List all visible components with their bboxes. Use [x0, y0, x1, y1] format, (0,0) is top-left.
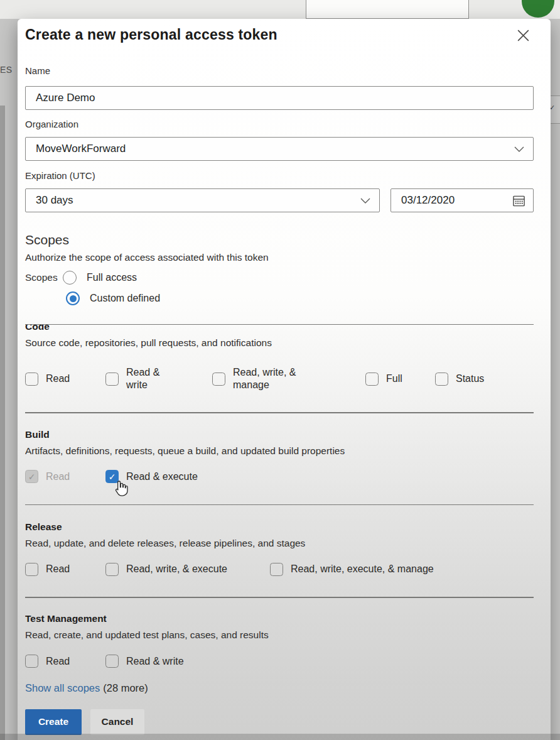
name-input[interactable]: [26, 87, 533, 109]
scope-list[interactable]: Code Source code, repositories, pull req…: [25, 324, 534, 671]
permission-row: ✓ Read ✓ Read & write: [25, 652, 534, 671]
full-access-label: Full access: [87, 272, 137, 283]
section-heading: Release: [25, 521, 534, 533]
section-divider: [25, 597, 534, 598]
checkbox-build-read-execute[interactable]: ✓ Read & execute: [105, 470, 198, 483]
expiration-row: 30 days 03/12/2020: [25, 188, 534, 212]
section-description: Artifacts, definitions, requests, queue …: [25, 444, 534, 458]
checkbox-test-read-write[interactable]: ✓ Read & write: [105, 655, 184, 668]
checkbox-code-read-write[interactable]: ✓ Read & write: [105, 366, 212, 391]
checkbox-icon: ✓: [25, 373, 38, 386]
close-button[interactable]: [514, 26, 532, 44]
checkbox-icon: ✓: [25, 470, 38, 483]
scope-section-code: Code Source code, repositories, pull req…: [25, 324, 534, 395]
checkbox-icon: ✓: [105, 563, 119, 576]
checkbox-icon: ✓: [25, 655, 38, 668]
full-access-row: Scopes Full access: [25, 269, 534, 286]
chevron-down-icon: [514, 146, 524, 152]
scopes-heading: Scopes: [25, 231, 534, 249]
permission-row: ✓ Read ✓ Read & write ✓ Read, write, & m…: [25, 362, 534, 395]
close-icon: [515, 28, 531, 43]
checkbox-icon: ✓: [25, 563, 38, 576]
custom-defined-label: Custom defined: [90, 293, 160, 304]
background-left-rail: [0, 106, 5, 740]
section-divider: [25, 412, 534, 413]
scope-section-test-management: Test Management Read, create, and update…: [25, 612, 534, 671]
create-pat-dialog: Create a new personal access token Name …: [18, 19, 551, 740]
show-all-scopes-row: Show all scopes(28 more): [25, 681, 534, 695]
dialog-header: Create a new personal access token: [25, 26, 534, 46]
name-label: Name: [25, 65, 534, 77]
checkbox-release-read-write-execute[interactable]: ✓ Read, write, & execute: [105, 563, 270, 576]
checkbox-icon: ✓: [212, 373, 225, 386]
background-divider: [551, 95, 560, 96]
section-heading: Build: [25, 428, 534, 441]
bottom-edge-shade: [0, 734, 560, 740]
section-description: Source code, repositories, pull requests…: [25, 336, 534, 350]
dialog-actions: Create Cancel: [25, 709, 534, 735]
section-heading: Code: [25, 324, 534, 333]
background-search-box: [306, 0, 469, 19]
name-input-wrapper: [25, 86, 534, 110]
show-all-scopes-count: (28 more): [103, 682, 148, 694]
scope-section-build: Build Artifacts, definitions, requests, …: [25, 428, 534, 486]
scopes-inline-label: Scopes: [25, 272, 63, 283]
checkbox-icon: ✓: [105, 655, 119, 668]
show-all-scopes-link[interactable]: Show all scopes: [25, 682, 100, 694]
chevron-down-icon: [360, 198, 370, 204]
background-text-fragment: ES: [0, 65, 13, 75]
checkbox-code-full[interactable]: ✓ Full: [365, 373, 435, 386]
expiration-duration-select[interactable]: 30 days: [25, 188, 380, 212]
expiration-date-field[interactable]: 03/12/2020: [390, 188, 534, 212]
checkbox-code-read-write-manage[interactable]: ✓ Read, write, & manage: [212, 366, 365, 391]
custom-defined-row: Custom defined: [66, 290, 534, 307]
section-description: Read, create, and updated test plans, ca…: [25, 628, 534, 642]
organization-label: Organization: [25, 118, 534, 131]
calendar-icon[interactable]: [512, 194, 525, 207]
checkbox-test-read[interactable]: ✓ Read: [25, 655, 105, 668]
checkbox-icon: ✓: [365, 373, 379, 386]
checkbox-code-read[interactable]: ✓ Read: [25, 373, 105, 386]
scope-section-release: Release Read, update, and delete release…: [25, 521, 534, 579]
permission-row: ✓ Read ✓ Read & execute: [25, 467, 534, 486]
create-button[interactable]: Create: [25, 709, 82, 735]
section-heading: Test Management: [25, 612, 534, 625]
page-header-strip: [0, 0, 560, 19]
checkbox-release-read-write-execute-manage[interactable]: ✓ Read, write, execute, & manage: [270, 563, 434, 576]
checkbox-icon: ✓: [270, 563, 283, 576]
full-access-radio[interactable]: [63, 271, 77, 285]
checkbox-release-read[interactable]: ✓ Read: [25, 563, 105, 576]
checkbox-icon: ✓: [105, 373, 119, 386]
organization-value: MoveWorkForward: [36, 143, 126, 155]
checkbox-build-read: ✓ Read: [25, 470, 105, 483]
cancel-button[interactable]: Cancel: [90, 709, 144, 735]
organization-select[interactable]: MoveWorkForward: [25, 137, 534, 161]
section-description: Read, update, and delete releases, relea…: [25, 536, 534, 550]
section-divider: [25, 504, 534, 506]
custom-defined-radio[interactable]: [66, 291, 80, 305]
scopes-description: Authorize the scope of access associated…: [25, 251, 534, 264]
expiration-label: Expiration (UTC): [25, 170, 534, 182]
dialog-title: Create a new personal access token: [25, 26, 534, 43]
permission-row: ✓ Read ✓ Read, write, & execute ✓ Read, …: [25, 560, 534, 579]
expiration-date-value: 03/12/2020: [401, 194, 455, 207]
expiration-duration-value: 30 days: [36, 194, 73, 207]
background-divider: [551, 123, 560, 124]
checkbox-icon: ✓: [105, 470, 119, 483]
checkbox-icon: ✓: [435, 373, 448, 386]
checkbox-code-status[interactable]: ✓ Status: [435, 373, 484, 386]
